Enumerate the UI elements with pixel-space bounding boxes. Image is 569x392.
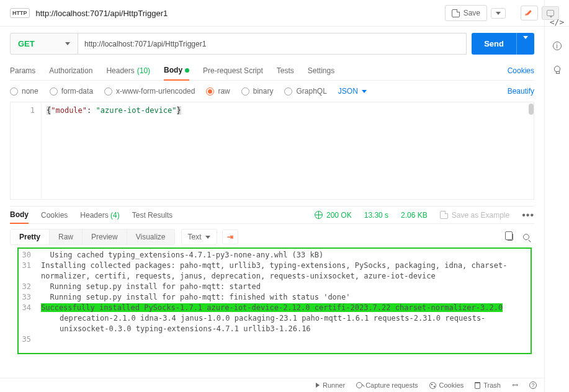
body-type-formdata[interactable]: form-data [50,87,93,96]
request-body-editor[interactable]: 1 {"module": "azure-iot-device"} [10,102,534,200]
play-icon [316,383,320,388]
url-input[interactable] [78,33,467,55]
response-more-button[interactable]: ••• [522,212,534,219]
body-format-select[interactable]: JSON [338,87,367,96]
chevron-down-icon [496,12,501,15]
chevron-down-icon [65,42,70,45]
tab-tests[interactable]: Tests [277,63,294,80]
response-body[interactable]: 30 Using cached typing_extensions-4.7.1-… [10,250,534,345]
body-type-xwww[interactable]: x-www-form-urlencoded [104,87,195,96]
chevron-down-icon [205,236,210,239]
cookies-button[interactable]: Cookies [429,381,464,389]
body-type-binary[interactable]: binary [241,87,274,96]
save-button[interactable]: Save [445,5,487,21]
help-button[interactable]: ? [529,381,537,389]
chevron-down-icon [523,36,528,48]
editor-code[interactable]: {"module": "azure-iot-device"} [42,102,534,199]
copy-response-button[interactable] [502,229,518,244]
right-sidebar: </> i [544,0,569,392]
wrap-lines-button[interactable]: ⇥ [222,229,238,244]
tab-settings[interactable]: Settings [308,63,334,80]
save-as-example-button[interactable]: Save as Example [440,211,509,220]
body-type-raw[interactable]: raw [206,87,230,96]
response-time: 13.30 s [364,211,388,220]
code-panel-icon[interactable]: </> [550,17,564,27]
help-icon: ? [529,381,537,389]
tab-authorization[interactable]: Authorization [49,63,92,80]
cookie-icon [429,382,436,389]
response-line: 32 Running setup.py install for paho-mqt… [12,282,534,292]
cookies-link[interactable]: Cookies [508,63,534,80]
body-type-row: none form-data x-www-form-urlencoded raw… [10,81,534,102]
request-title: http://localhost:7071/api/HttpTrigger1 [36,9,439,18]
view-visualize[interactable]: Visualize [127,229,174,244]
save-button-label: Save [464,9,480,17]
send-button[interactable]: Send [472,33,534,55]
response-tab-tests[interactable]: Test Results [132,211,172,220]
view-pretty[interactable]: Pretty [11,229,49,244]
send-button-label: Send [472,33,516,55]
request-row: GET Send [10,33,534,55]
info-icon[interactable]: i [553,42,562,50]
copy-icon [507,233,513,241]
globe-icon [315,211,323,219]
http-badge: HTTP [10,8,30,18]
response-tab-cookies[interactable]: Cookies [41,211,68,220]
view-preview[interactable]: Preview [82,229,127,244]
tips-icon[interactable] [554,65,560,74]
tab-headers-label: Headers [106,66,134,75]
response-size: 2.06 KB [401,211,428,220]
response-line: 34Successfully installed PySocks-1.7.1 a… [12,303,534,313]
response-line: 33 Running setup.py install for paho-mqt… [12,292,534,303]
request-title-bar: HTTP http://localhost:7071/api/HttpTrigg… [0,0,569,27]
beautify-link[interactable]: Beautify [508,87,534,96]
headers-count: (10) [137,66,150,75]
body-indicator-dot [185,68,189,73]
search-response-button[interactable] [518,229,534,244]
tab-params[interactable]: Params [10,63,35,80]
save-icon [452,9,460,17]
expand-icon: ⤢ [510,380,521,391]
response-format-select[interactable]: Text [181,229,217,245]
method-select[interactable]: GET [10,33,78,55]
tab-headers[interactable]: Headers (10) [106,63,150,80]
method-label: GET [18,39,35,48]
response-toolbar: Pretty Raw Preview Visualize Text ⇥ [10,224,534,250]
body-type-graphql[interactable]: GraphQL [284,87,326,96]
editor-gutter: 1 [11,102,42,199]
response-line: deprecation-2.1.0 idna-3.4 janus-1.0.0 p… [12,313,534,334]
response-line: 30 Using cached typing_extensions-4.7.1-… [12,250,534,261]
response-tab-headers[interactable]: Headers (4) [80,211,119,220]
expand-button[interactable]: ⤢ [512,381,518,390]
trash-button[interactable]: Trash [475,381,501,389]
body-type-none[interactable]: none [10,87,38,96]
tab-body[interactable]: Body [164,62,189,81]
editor-scrollbar[interactable] [529,104,534,115]
save-icon [440,211,448,219]
request-tabs: Params Authorization Headers (10) Body P… [10,62,534,81]
response-view-segment: Pretty Raw Preview Visualize [10,229,175,245]
bottom-status-bar: Runner Capture requests Cookies Trash ⤢ … [0,378,544,392]
trash-icon [475,382,480,389]
response-headers-count: (4) [110,211,120,220]
body-format-label: JSON [338,87,358,96]
tab-body-label: Body [164,66,182,74]
response-tab-body[interactable]: Body [10,210,29,224]
response-line: 35 [12,334,534,345]
edit-button[interactable] [521,6,538,20]
save-dropdown-button[interactable] [491,8,506,19]
view-raw[interactable]: Raw [49,229,82,244]
response-tabs: Body Cookies Headers (4) Test Results 20… [10,206,534,224]
runner-button[interactable]: Runner [316,381,345,389]
pencil-icon [526,9,533,17]
tab-prerequest[interactable]: Pre-request Script [203,63,263,80]
response-line: 31Installing collected packages: paho-mq… [12,261,534,282]
capture-requests-button[interactable]: Capture requests [356,381,418,389]
chevron-down-icon [362,90,367,93]
status-code: 200 OK [326,211,352,220]
capture-icon [356,382,362,388]
response-status: 200 OK [315,211,352,220]
search-icon [523,234,529,240]
